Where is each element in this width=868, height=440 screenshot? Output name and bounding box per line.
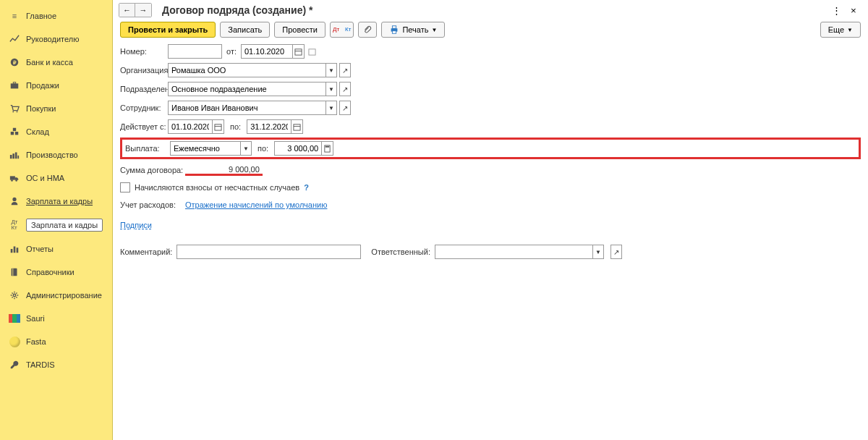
signatures-link[interactable]: Подписи (120, 221, 152, 229)
valid-to-calendar-icon[interactable] (292, 119, 303, 134)
nav-back-button[interactable]: ← (119, 4, 135, 17)
responsible-open[interactable]: ↗ (610, 245, 622, 259)
payment-dropdown[interactable]: ▼ (240, 141, 252, 156)
nav-sauri[interactable]: Sauri (0, 307, 112, 330)
payment-label: Выплата: (125, 144, 170, 153)
nav-production[interactable]: Производство (0, 143, 112, 166)
valid-to-label: по: (230, 122, 241, 131)
org-open[interactable]: ↗ (339, 63, 351, 77)
org-label: Организация: (120, 66, 168, 75)
valid-to-input[interactable] (247, 119, 292, 134)
briefcase-icon (9, 80, 20, 91)
book-icon (9, 266, 20, 278)
accident-row: Начисляются взносы от несчастных случаев… (120, 182, 861, 192)
attach-button[interactable] (358, 22, 377, 38)
valid-from-input[interactable] (168, 119, 213, 134)
svg-rect-8 (13, 128, 16, 131)
nav-bank[interactable]: ₽Банк и касса (0, 51, 112, 74)
svg-point-22 (13, 294, 16, 297)
date-input[interactable] (241, 44, 293, 59)
person-icon (9, 195, 20, 207)
responsible-input[interactable] (435, 245, 592, 259)
svg-rect-7 (15, 132, 18, 135)
nav-fasta[interactable]: Fasta (0, 330, 112, 353)
responsible-dropdown[interactable]: ▼ (592, 245, 604, 259)
nav-main[interactable]: ≡Главное (0, 4, 112, 28)
nav-reports[interactable]: Отчеты (0, 237, 112, 261)
svg-rect-31 (294, 124, 300, 130)
emp-label: Сотрудник: (120, 103, 168, 112)
nav-refs[interactable]: Справочники (0, 261, 112, 284)
svg-rect-9 (10, 155, 12, 158)
number-input[interactable] (168, 44, 222, 59)
valid-from-calendar-icon[interactable] (213, 119, 224, 134)
dtkt-button[interactable]: ДтКт (330, 22, 354, 38)
svg-rect-12 (17, 156, 19, 158)
sauri-icon (9, 313, 20, 324)
trend-icon (9, 33, 20, 45)
post-button[interactable]: Провести (274, 22, 326, 38)
svg-point-5 (17, 111, 18, 113)
dk-icon: ДтКт (9, 219, 20, 231)
valid-label: Действует с: (120, 122, 168, 131)
wrench-icon (9, 359, 20, 371)
toolbar: Провести и закрыть Записать Провести ДтК… (113, 19, 868, 41)
nav-sales[interactable]: Продажи (0, 74, 112, 97)
close-icon[interactable]: × (846, 4, 861, 17)
post-close-button[interactable]: Провести и закрыть (120, 22, 216, 38)
payment-select[interactable] (170, 141, 240, 156)
calc-icon[interactable] (322, 141, 333, 156)
org-input[interactable] (168, 63, 326, 77)
emp-input[interactable] (168, 101, 326, 115)
responsible-label: Ответственный: (371, 248, 430, 256)
svg-point-4 (12, 111, 14, 113)
from-label: от: (226, 47, 237, 56)
svg-rect-29 (215, 124, 221, 130)
svg-rect-25 (393, 31, 396, 34)
nav-tardis[interactable]: TARDIS (0, 353, 112, 376)
accident-checkbox[interactable] (120, 182, 130, 192)
factory-icon (9, 149, 20, 161)
more-button[interactable]: Еще ▼ (820, 22, 861, 38)
svg-rect-11 (15, 153, 17, 159)
print-button[interactable]: Печать▼ (381, 22, 445, 38)
comment-label: Комментарий: (120, 248, 172, 256)
nav-warehouse[interactable]: Склад (0, 120, 112, 143)
highlighted-payment-row: Выплата: ▼ по: (120, 138, 861, 159)
dept-dropdown[interactable]: ▼ (326, 82, 337, 96)
save-button[interactable]: Записать (220, 22, 270, 38)
form: Номер: от: Организация: ▼ ↗ Подразделени… (113, 41, 868, 262)
blank-ext[interactable] (307, 44, 318, 59)
emp-dropdown[interactable]: ▼ (326, 101, 337, 115)
nav-forward-button[interactable]: → (135, 4, 151, 17)
comment-input[interactable] (176, 245, 361, 259)
gear-icon (9, 289, 20, 301)
nav-salary[interactable]: Зарплата и кадры (0, 190, 112, 213)
ruble-icon: ₽ (9, 56, 20, 68)
svg-point-14 (11, 179, 13, 182)
sum-value: 9 000,00 (185, 165, 263, 176)
dept-open[interactable]: ↗ (339, 82, 351, 96)
nav-purchases[interactable]: Покупки (0, 97, 112, 120)
nav-admin[interactable]: Администрирование (0, 284, 112, 307)
svg-rect-10 (12, 153, 14, 158)
nav-assets[interactable]: ОС и НМА (0, 166, 112, 190)
kebab-icon[interactable]: ⋮ (829, 4, 843, 17)
calendar-icon[interactable] (293, 44, 305, 59)
expense-link[interactable]: Отражение начислений по умолчанию (185, 200, 327, 209)
svg-rect-18 (14, 247, 16, 253)
titlebar: ← → Договор подряда (создание) * ⋮ × (113, 0, 868, 19)
nav-manager[interactable]: Руководителю (0, 28, 112, 51)
sum-label: Сумма договора: (120, 166, 185, 174)
dept-input[interactable] (168, 82, 326, 96)
cart-icon (9, 103, 20, 114)
accident-label: Начисляются взносы от несчастных случаев (135, 183, 299, 192)
svg-rect-19 (17, 248, 19, 253)
org-dropdown[interactable]: ▼ (326, 63, 337, 77)
svg-point-16 (12, 198, 16, 201)
payment-amount-input[interactable] (274, 141, 322, 156)
help-icon[interactable]: ? (304, 183, 309, 192)
svg-rect-20 (12, 268, 17, 276)
nav-salary-2[interactable]: ДтКтЗарплата и кадры (0, 213, 112, 237)
emp-open[interactable]: ↗ (339, 101, 351, 115)
